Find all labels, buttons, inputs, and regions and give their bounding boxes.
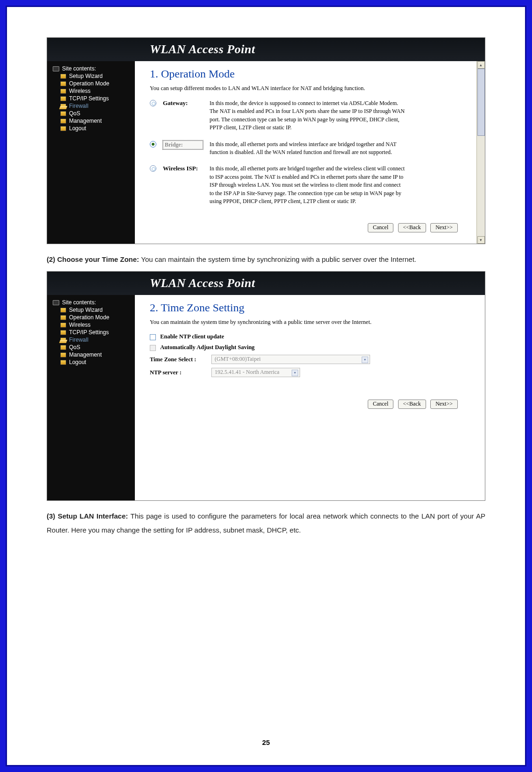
sidebar-item-qos[interactable]: QoS xyxy=(52,110,135,117)
sidebar-item-label: Management xyxy=(69,351,102,358)
dst-row: Automatically Adjust Daylight Saving xyxy=(150,344,458,351)
mode-radio[interactable] xyxy=(150,141,156,147)
tree-root-label: Site contents: xyxy=(62,65,96,72)
sidebar-item-wireless[interactable]: Wireless xyxy=(52,87,135,95)
sidebar-item-operation-mode[interactable]: Operation Mode xyxy=(52,314,135,321)
sidebar-item-label: Operation Mode xyxy=(69,314,109,321)
dst-label: Automatically Adjust Daylight Saving xyxy=(160,344,254,351)
ntp-server-value: 192.5.41.41 - North America xyxy=(215,369,280,375)
folder-icon xyxy=(60,96,66,101)
mode-row-gateway: Gateway:In this mode, the device is supp… xyxy=(150,99,458,132)
mode-radio[interactable] xyxy=(150,165,156,172)
sidebar-item-operation-mode[interactable]: Operation Mode xyxy=(52,80,135,87)
mode-radio[interactable] xyxy=(150,100,156,106)
screenshot-operation-mode: WLAN Access Point Site contents: Setup W… xyxy=(47,37,485,244)
cancel-button[interactable]: Cancel xyxy=(368,400,393,409)
sidebar-item-qos[interactable]: QoS xyxy=(52,344,135,351)
ntp-server-row: NTP server : 192.5.41.41 - North America… xyxy=(150,368,458,377)
sidebar-item-label: Firewall xyxy=(69,337,88,343)
wizard-button-row: Cancel <<Back Next>> xyxy=(150,381,458,409)
tree-root[interactable]: Site contents: xyxy=(52,299,135,306)
page-subtitle: You can maintain the system time by sync… xyxy=(150,319,458,326)
main-content: 1. Operation Mode You can setup differen… xyxy=(135,61,476,244)
sidebar-item-firewall[interactable]: Firewall xyxy=(52,336,135,344)
sidebar-item-label: Wireless xyxy=(69,322,91,328)
folder-icon xyxy=(60,337,66,343)
sidebar-item-label: QoS xyxy=(69,344,80,351)
scroll-up-icon[interactable]: ▴ xyxy=(477,61,485,69)
chevron-down-icon: ▾ xyxy=(362,357,368,363)
tz-select-label: Time Zone Select : xyxy=(150,356,206,363)
doc-paragraph-2-lead: (2) Choose your Time Zone: xyxy=(47,255,141,263)
wizard-button-row: Cancel <<Back Next>> xyxy=(150,214,458,232)
sidebar-item-label: Management xyxy=(69,118,102,124)
globe-icon xyxy=(53,300,59,305)
mode-label: Bridge: xyxy=(163,140,203,149)
back-button[interactable]: <<Back xyxy=(398,223,426,232)
tz-select-value: (GMT+08:00)Taipei xyxy=(215,356,261,362)
next-button[interactable]: Next>> xyxy=(430,223,458,232)
cancel-button[interactable]: Cancel xyxy=(368,223,393,232)
sidebar-item-label: Setup Wizard xyxy=(69,73,103,79)
sidebar-item-firewall[interactable]: Firewall xyxy=(52,102,135,110)
mode-row-bridge: Bridge:In this mode, all ethernet ports … xyxy=(150,140,458,157)
scroll-thumb[interactable] xyxy=(477,69,485,136)
document-page: WLAN Access Point Site contents: Setup W… xyxy=(6,6,526,766)
mode-label: Gateway: xyxy=(163,99,203,107)
dst-checkbox[interactable] xyxy=(150,345,156,351)
sidebar-item-setup-wizard[interactable]: Setup Wizard xyxy=(52,306,135,314)
sidebar-item-label: QoS xyxy=(69,110,80,117)
next-button[interactable]: Next>> xyxy=(430,400,458,409)
folder-icon xyxy=(60,74,66,79)
doc-paragraph-2: (2) Choose your Time Zone: You can maint… xyxy=(47,253,485,267)
mode-description: In this mode, all ethernet ports are bri… xyxy=(210,165,406,205)
folder-icon xyxy=(60,330,66,335)
sidebar-item-label: Firewall xyxy=(69,103,88,109)
folder-icon xyxy=(60,89,66,94)
sidebar-item-logout[interactable]: Logout xyxy=(52,125,135,132)
page-title: 1. Operation Mode xyxy=(150,68,458,80)
page-title: 2. Time Zone Setting xyxy=(150,302,458,314)
back-button[interactable]: <<Back xyxy=(398,400,426,409)
sidebar-item-management[interactable]: Management xyxy=(52,351,135,358)
vertical-scrollbar[interactable]: ▴ ▾ xyxy=(476,61,485,244)
sidebar-item-wireless[interactable]: Wireless xyxy=(52,321,135,329)
sidebar-item-label: TCP/IP Settings xyxy=(69,95,109,102)
tree-sidebar: Site contents: Setup WizardOperation Mod… xyxy=(47,61,135,244)
sidebar-item-logout[interactable]: Logout xyxy=(52,358,135,366)
app-title: WLAN Access Point xyxy=(150,42,255,56)
folder-icon xyxy=(60,352,66,358)
main-content: 2. Time Zone Setting You can maintain th… xyxy=(135,295,476,500)
folder-icon xyxy=(60,315,66,320)
tz-select-row: Time Zone Select : (GMT+08:00)Taipei ▾ xyxy=(150,355,458,364)
mode-row-wirele isp: Wireless ISP:In this mode, all ethernet … xyxy=(150,165,458,205)
page-number: 25 xyxy=(7,738,525,746)
sidebar-item-tcp-ip-settings[interactable]: TCP/IP Settings xyxy=(52,95,135,102)
folder-icon xyxy=(60,323,66,328)
tree-root[interactable]: Site contents: xyxy=(52,65,135,72)
ntp-enable-checkbox[interactable] xyxy=(150,334,156,340)
folder-icon xyxy=(60,345,66,350)
folder-icon xyxy=(60,126,66,131)
globe-icon xyxy=(53,66,59,71)
doc-paragraph-2-rest: You can maintain the system time by sync… xyxy=(141,255,416,263)
mode-description: In this mode, the device is supposed to … xyxy=(210,99,406,132)
sidebar-item-label: Logout xyxy=(69,125,86,132)
sidebar-item-label: Wireless xyxy=(69,88,91,94)
doc-paragraph-3-lead: (3) Setup LAN Interface: xyxy=(47,512,131,520)
folder-icon xyxy=(60,104,66,109)
app-header: WLAN Access Point xyxy=(47,38,485,61)
ntp-enable-row: Enable NTP client update xyxy=(150,333,458,340)
sidebar-item-tcp-ip-settings[interactable]: TCP/IP Settings xyxy=(52,329,135,336)
sidebar-item-management[interactable]: Management xyxy=(52,117,135,125)
page-subtitle: You can setup different modes to LAN and… xyxy=(150,85,458,92)
sidebar-item-label: Operation Mode xyxy=(69,80,109,87)
scroll-down-icon[interactable]: ▾ xyxy=(477,236,485,244)
ntp-enable-label: Enable NTP client update xyxy=(160,333,224,340)
folder-icon xyxy=(60,111,66,116)
tz-select[interactable]: (GMT+08:00)Taipei ▾ xyxy=(211,355,370,364)
sidebar-item-label: TCP/IP Settings xyxy=(69,329,109,336)
ntp-server-select[interactable]: 192.5.41.41 - North America ▾ xyxy=(211,368,300,377)
mode-label: Wireless ISP: xyxy=(163,165,203,172)
sidebar-item-setup-wizard[interactable]: Setup Wizard xyxy=(52,72,135,80)
